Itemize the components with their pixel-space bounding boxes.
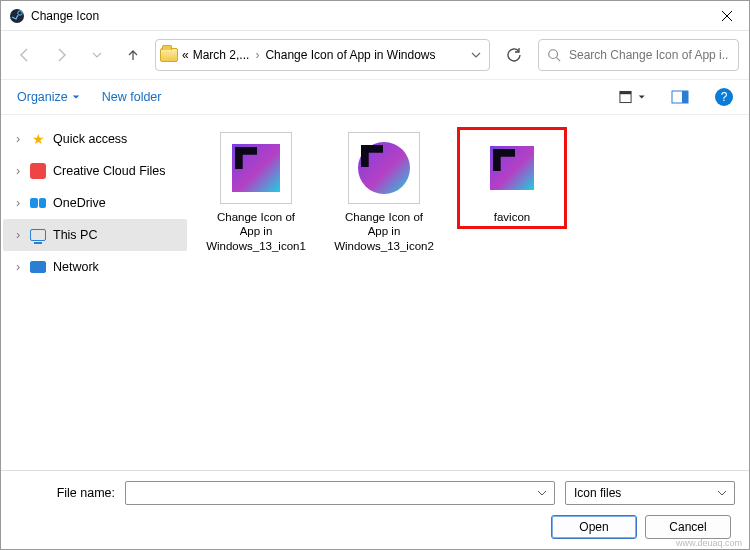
dialog-footer: File name: Icon files Open Cancel bbox=[1, 470, 749, 549]
filter-value: Icon files bbox=[570, 486, 714, 500]
app-icon bbox=[9, 8, 25, 24]
tree-label: Network bbox=[53, 260, 99, 274]
thumbnail bbox=[348, 132, 420, 204]
new-folder-button[interactable]: New folder bbox=[102, 90, 162, 104]
tree-label: OneDrive bbox=[53, 196, 106, 210]
preview-pane-button[interactable] bbox=[667, 84, 693, 110]
title-bar: Change Icon bbox=[1, 1, 749, 31]
window-title: Change Icon bbox=[31, 9, 99, 23]
search-box[interactable] bbox=[538, 39, 739, 71]
file-name-label: File name: bbox=[15, 486, 115, 500]
folder-icon bbox=[160, 48, 178, 62]
address-bar[interactable]: « March 2,... › Change Icon of App in Wi… bbox=[155, 39, 490, 71]
crumb-2[interactable]: Change Icon of App in Windows bbox=[265, 48, 435, 62]
thumbnail bbox=[476, 132, 548, 204]
file-type-filter[interactable]: Icon files bbox=[565, 481, 735, 505]
cancel-button[interactable]: Cancel bbox=[645, 515, 731, 539]
file-name: Change Icon of App in Windows_13_icon1 bbox=[206, 210, 306, 253]
chevron-down-icon bbox=[638, 93, 645, 101]
tree-label: Quick access bbox=[53, 132, 127, 146]
chevron-down-icon bbox=[72, 93, 80, 101]
network-icon bbox=[29, 258, 47, 276]
svg-rect-4 bbox=[620, 91, 631, 94]
crumb-overflow[interactable]: « bbox=[182, 48, 189, 62]
up-button[interactable] bbox=[119, 41, 147, 69]
svg-point-1 bbox=[18, 10, 22, 14]
pc-icon bbox=[29, 226, 47, 244]
nav-bar: « March 2,... › Change Icon of App in Wi… bbox=[1, 31, 749, 79]
refresh-button[interactable] bbox=[498, 39, 530, 71]
creative-cloud-icon bbox=[29, 162, 47, 180]
address-dropdown[interactable] bbox=[467, 46, 485, 64]
file-name: favicon bbox=[494, 210, 530, 224]
search-input[interactable] bbox=[567, 47, 730, 63]
watermark: www.deuaq.com bbox=[676, 538, 742, 548]
crumb-1[interactable]: March 2,... bbox=[193, 48, 250, 62]
new-folder-label: New folder bbox=[102, 90, 162, 104]
cancel-label: Cancel bbox=[669, 520, 706, 534]
onedrive-icon bbox=[29, 194, 47, 212]
thumbnail bbox=[220, 132, 292, 204]
tree-item-creative-cloud[interactable]: › Creative Cloud Files bbox=[3, 155, 187, 187]
dialog-body: › ★ Quick access › Creative Cloud Files … bbox=[1, 115, 749, 470]
toolbar: Organize New folder ? bbox=[1, 79, 749, 115]
recent-locations-button[interactable] bbox=[83, 41, 111, 69]
open-button[interactable]: Open bbox=[551, 515, 637, 539]
file-list[interactable]: Change Icon of App in Windows_13_icon1 C… bbox=[189, 115, 749, 470]
chevron-right-icon: › bbox=[13, 260, 23, 274]
navigation-tree: › ★ Quick access › Creative Cloud Files … bbox=[1, 115, 189, 470]
organize-label: Organize bbox=[17, 90, 68, 104]
file-item[interactable]: Change Icon of App in Windows_13_icon1 bbox=[201, 127, 311, 258]
search-icon bbox=[547, 48, 561, 62]
chevron-down-icon bbox=[534, 488, 550, 498]
back-button[interactable] bbox=[11, 41, 39, 69]
file-name-combo[interactable] bbox=[125, 481, 555, 505]
file-open-dialog: Change Icon « March 2,... › Change Icon … bbox=[0, 0, 750, 550]
open-label: Open bbox=[579, 520, 608, 534]
file-name: Change Icon of App in Windows_13_icon2 bbox=[334, 210, 434, 253]
tree-item-quick-access[interactable]: › ★ Quick access bbox=[3, 123, 187, 155]
chevron-right-icon: › bbox=[13, 228, 23, 242]
tree-label: This PC bbox=[53, 228, 97, 242]
svg-rect-6 bbox=[682, 91, 688, 103]
chevron-right-icon: › bbox=[13, 164, 23, 178]
chevron-down-icon bbox=[714, 488, 730, 498]
tree-item-this-pc[interactable]: › This PC bbox=[3, 219, 187, 251]
organize-menu[interactable]: Organize bbox=[17, 90, 80, 104]
file-item-selected[interactable]: favicon bbox=[457, 127, 567, 229]
tree-item-onedrive[interactable]: › OneDrive bbox=[3, 187, 187, 219]
chevron-right-icon: › bbox=[13, 132, 23, 146]
help-button[interactable]: ? bbox=[715, 88, 733, 106]
star-icon: ★ bbox=[29, 130, 47, 148]
file-item[interactable]: Change Icon of App in Windows_13_icon2 bbox=[329, 127, 439, 258]
forward-button[interactable] bbox=[47, 41, 75, 69]
tree-label: Creative Cloud Files bbox=[53, 164, 166, 178]
svg-point-2 bbox=[549, 50, 558, 59]
tree-item-network[interactable]: › Network bbox=[3, 251, 187, 283]
chevron-right-icon: › bbox=[253, 48, 261, 62]
chevron-right-icon: › bbox=[13, 196, 23, 210]
view-options-button[interactable] bbox=[619, 84, 645, 110]
close-button[interactable] bbox=[705, 1, 749, 31]
